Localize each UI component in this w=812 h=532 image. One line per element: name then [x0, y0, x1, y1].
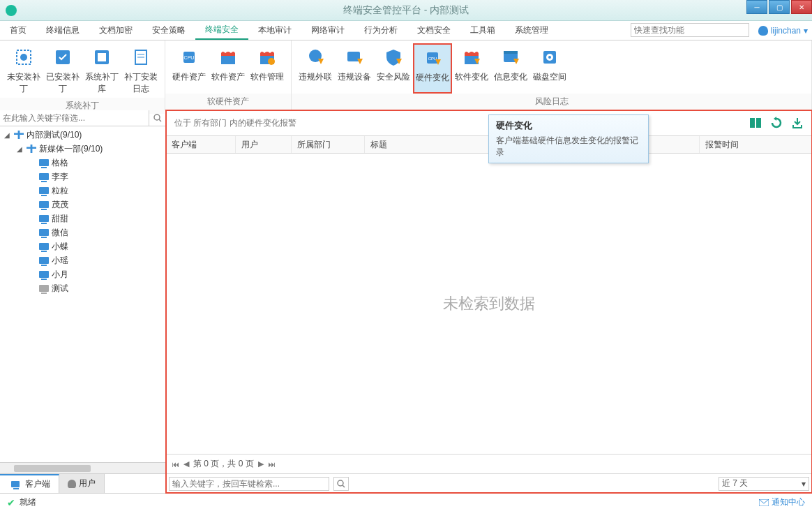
tree-client[interactable]: 小月 — [25, 267, 165, 281]
menu-doc-encrypt[interactable]: 文档加密 — [89, 21, 142, 40]
pager-prev-button[interactable]: ◀ — [183, 459, 189, 468]
menu-terminal-security[interactable]: 终端安全 — [195, 21, 248, 40]
user-icon — [68, 480, 76, 488]
menu-local-audit[interactable]: 本地审计 — [248, 21, 301, 40]
tree-group[interactable]: ◢ 新媒体一部(9/10) — [13, 142, 165, 156]
ribbon-security-risk[interactable]: 安全风险 — [374, 43, 413, 94]
ribbon: 未安装补丁 已安装补丁 系统补丁库 补丁安装日志 系统补丁 CPU 硬件资产 — [0, 40, 812, 110]
ribbon-illegal-device[interactable]: 违规设备 — [335, 43, 374, 94]
pager-next-button[interactable]: ▶ — [258, 459, 264, 468]
ribbon-patch-log[interactable]: 补丁安装日志 — [121, 43, 160, 98]
tree-filter-input[interactable] — [0, 110, 149, 126]
svg-point-29 — [154, 114, 160, 120]
sidebar: ◢ 内部测试(9/10) ◢ 新媒体一部(9/10) 格格 李李 粒粒 茂茂 甜… — [0, 110, 166, 493]
col-alarm-time[interactable]: 报警时间 — [700, 136, 812, 153]
tree-client[interactable]: 甜甜 — [25, 212, 165, 226]
scrollbar-thumb[interactable] — [14, 465, 91, 472]
ribbon-software-mgmt[interactable]: 软件管理 — [248, 43, 287, 94]
username-label: lijinchan — [771, 26, 801, 36]
tree-filter-search-button[interactable] — [149, 110, 165, 126]
pager-last-button[interactable]: ⏭ — [268, 460, 276, 468]
tree-client[interactable]: 粒粒 — [25, 184, 165, 198]
pc-icon — [39, 271, 49, 278]
sidebar-hscrollbar[interactable] — [0, 462, 165, 473]
user-menu[interactable]: lijinchan ▾ — [758, 21, 808, 40]
menu-toolbox[interactable]: 工具箱 — [460, 21, 505, 40]
chevron-down-icon: ▾ — [802, 479, 806, 489]
ribbon-info-change[interactable]: 信息变化 — [491, 43, 530, 94]
ribbon-group-label-assets: 软硬件资产 — [165, 94, 291, 110]
ribbon-illegal-connection[interactable]: 违规外联 — [296, 43, 335, 94]
pc-icon — [39, 257, 49, 264]
breadcrumb: 位于 所有部门 内的硬件变化报警 — [174, 117, 296, 129]
menu-behavior-analysis[interactable]: 行为分析 — [354, 21, 407, 40]
pc-offline-icon — [39, 285, 49, 292]
ribbon-uninstalled-patches[interactable]: 未安装补丁 — [4, 43, 43, 98]
pager-first-button[interactable]: ⏮ — [172, 460, 179, 468]
export-button[interactable] — [791, 117, 804, 129]
menu-security-policy[interactable]: 安全策略 — [142, 21, 195, 40]
menu-terminal-info[interactable]: 终端信息 — [36, 21, 89, 40]
search-icon — [153, 114, 162, 122]
menu-home[interactable]: 首页 — [0, 21, 36, 40]
ribbon-software-assets[interactable]: 软件资产 — [209, 43, 248, 94]
refresh-button[interactable] — [770, 117, 783, 129]
svg-text:CPU: CPU — [184, 55, 195, 60]
col-client[interactable]: 客户端 — [166, 136, 236, 153]
maximize-button[interactable]: ▢ — [769, 0, 790, 14]
tree-client[interactable]: 格格 — [25, 156, 165, 170]
tree-client[interactable]: 茂茂 — [25, 198, 165, 212]
pager: ⏮ ◀ 第 0 页，共 0 页 ▶ ⏭ — [166, 454, 812, 473]
org-icon — [14, 131, 24, 139]
menu-network-audit[interactable]: 网络审计 — [301, 21, 354, 40]
store-icon — [217, 46, 239, 68]
tree-client[interactable]: 小瑶 — [25, 253, 165, 267]
store-gear-icon — [256, 46, 278, 68]
svg-point-34 — [338, 480, 343, 486]
tree-client[interactable]: 测试 — [25, 281, 165, 295]
svg-line-30 — [159, 119, 161, 121]
columns-button[interactable] — [749, 117, 762, 129]
ribbon-patch-library[interactable]: 系统补丁库 — [82, 43, 121, 98]
title-bar: 终端安全管控平台 - 内部测试 ─ ▢ ✕ — [0, 0, 812, 21]
content-footer: 近 7 天 ▾ — [166, 473, 812, 493]
keyword-search-input[interactable] — [169, 477, 329, 491]
tree-client[interactable]: 李李 — [25, 170, 165, 184]
chevron-down-icon: ▾ — [804, 26, 808, 36]
col-dept[interactable]: 所属部门 — [292, 136, 365, 153]
date-filter-select[interactable]: 近 7 天 ▾ — [719, 477, 809, 491]
menu-doc-security[interactable]: 文档安全 — [407, 21, 460, 40]
tree-root[interactable]: ◢ 内部测试(9/10) — [0, 128, 165, 142]
patch-installed-icon — [52, 46, 74, 68]
menu-system-mgmt[interactable]: 系统管理 — [505, 21, 558, 40]
notification-center-button[interactable]: 通知中心 — [759, 496, 805, 508]
tree-client[interactable]: 小蝶 — [25, 239, 165, 253]
quick-search-input[interactable] — [631, 23, 749, 37]
col-user[interactable]: 用户 — [236, 136, 292, 153]
pc-icon — [39, 159, 49, 166]
keyword-search-button[interactable] — [333, 477, 349, 491]
org-tree: ◢ 内部测试(9/10) ◢ 新媒体一部(9/10) 格格 李李 粒粒 茂茂 甜… — [0, 126, 165, 462]
minimize-button[interactable]: ─ — [746, 0, 767, 14]
status-bar: ✔ 就绪 通知中心 — [0, 493, 812, 511]
svg-text:CPU: CPU — [428, 57, 437, 61]
collapse-icon[interactable]: ◢ — [3, 131, 11, 139]
patch-log-icon — [130, 46, 152, 68]
collapse-icon[interactable]: ◢ — [15, 145, 24, 153]
ribbon-hardware-change[interactable]: CPU 硬件变化 — [413, 43, 452, 94]
ribbon-disk-space[interactable]: 磁盘空间 — [530, 43, 569, 94]
ribbon-installed-patches[interactable]: 已安装补丁 — [43, 43, 82, 98]
close-button[interactable]: ✕ — [791, 0, 812, 14]
patch-icon — [13, 46, 35, 68]
ribbon-software-change[interactable]: 软件变化 — [452, 43, 491, 94]
sidebar-tab-client[interactable]: 客户端 — [0, 474, 59, 493]
device-warn-icon — [343, 46, 366, 68]
svg-rect-31 — [750, 118, 755, 128]
tooltip-desc: 客户端基础硬件信息发生变化的报警记录 — [496, 135, 641, 158]
sidebar-tab-user[interactable]: 用户 — [59, 474, 105, 493]
ribbon-hardware-assets[interactable]: CPU 硬件资产 — [170, 43, 209, 94]
ribbon-group-label-risk: 风险日志 — [292, 94, 811, 110]
svg-point-12 — [268, 58, 275, 65]
tree-client[interactable]: 微信 — [25, 226, 165, 239]
menu-bar: 首页 终端信息 文档加密 安全策略 终端安全 本地审计 网络审计 行为分析 文档… — [0, 21, 812, 40]
